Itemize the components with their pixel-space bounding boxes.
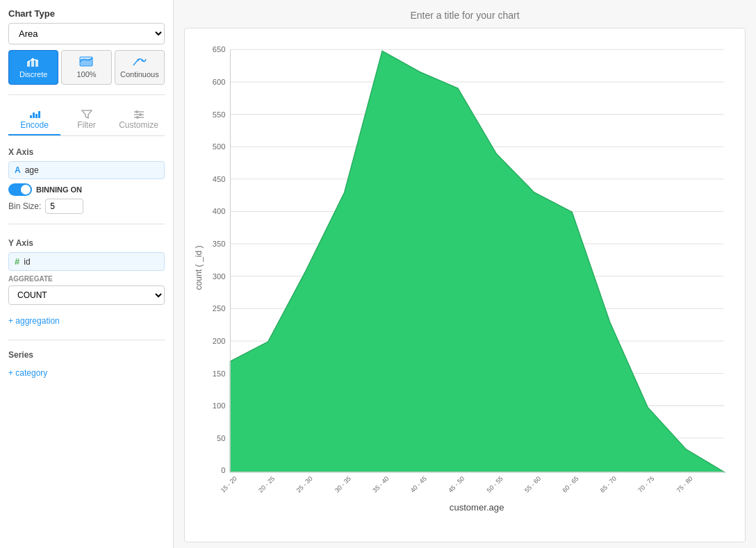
100pct-mode-label: 100%	[76, 70, 96, 78]
svg-point-3	[28, 61, 30, 63]
svg-rect-10	[30, 115, 32, 118]
y-field-type-icon: #	[15, 256, 19, 267]
svg-rect-12	[35, 114, 38, 118]
svg-text:200: 200	[213, 337, 225, 345]
svg-text:0: 0	[221, 466, 225, 474]
svg-text:45 - 50: 45 - 50	[447, 475, 466, 494]
continuous-mode-label: Continuous	[120, 70, 159, 78]
chart-type-section: Chart Type Area Bar Line Pie Scatter	[8, 8, 165, 85]
svg-rect-11	[33, 113, 35, 118]
y-axis-field-pill: # id	[8, 252, 165, 271]
divider-3	[8, 340, 165, 340]
svg-text:100: 100	[213, 401, 225, 410]
x-axis-section: X Axis A age BINNING ON Bin Size:	[8, 147, 165, 214]
discrete-mode-button[interactable]: Discrete	[8, 50, 58, 85]
add-aggregation-link[interactable]: + aggregation	[8, 312, 165, 330]
customize-icon	[133, 109, 145, 119]
svg-text:600: 600	[213, 78, 225, 86]
svg-text:20 - 25: 20 - 25	[257, 475, 276, 494]
y-axis-title: count ( _id )	[194, 245, 204, 290]
svg-text:30 - 35: 30 - 35	[334, 475, 352, 494]
svg-text:550: 550	[213, 110, 225, 119]
svg-text:50 - 55: 50 - 55	[486, 475, 504, 494]
x-axis-field-name: age	[25, 165, 39, 175]
nav-tabs: Encode Filter Customize	[8, 105, 165, 136]
binning-toggle[interactable]	[8, 183, 32, 196]
svg-point-19	[139, 113, 142, 116]
svg-marker-14	[82, 110, 92, 118]
svg-text:70 - 75: 70 - 75	[636, 475, 655, 494]
svg-text:75 - 80: 75 - 80	[675, 475, 694, 494]
svg-text:65 - 70: 65 - 70	[599, 475, 618, 494]
tab-encode[interactable]: Encode	[8, 105, 60, 135]
svg-text:25 - 30: 25 - 30	[295, 475, 314, 494]
divider-1	[8, 94, 165, 95]
add-category-link[interactable]: + category	[8, 364, 165, 382]
svg-text:60 - 65: 60 - 65	[561, 475, 580, 494]
svg-text:35 - 40: 35 - 40	[371, 475, 390, 494]
x-axis-field-pill: A age	[8, 161, 165, 179]
svg-text:55 - 60: 55 - 60	[523, 475, 542, 494]
continuous-mode-button[interactable]: Continuous	[115, 50, 165, 85]
bin-size-row: Bin Size:	[8, 199, 165, 214]
chart-type-label: Chart Type	[8, 8, 165, 19]
continuous-icon	[133, 56, 147, 67]
chart-mode-buttons: Discrete 100% Continuous	[8, 50, 165, 85]
binning-row: BINNING ON	[8, 183, 165, 196]
y-axis-field-name: id	[24, 257, 30, 267]
svg-text:400: 400	[213, 207, 225, 215]
svg-text:50: 50	[217, 434, 225, 442]
svg-point-18	[135, 110, 138, 113]
divider-2	[8, 224, 165, 224]
y-axis-section: Y Axis # id AGGREGATE COUNT SUM AVG MIN …	[8, 238, 165, 305]
svg-point-5	[36, 60, 38, 62]
tab-customize[interactable]: Customize	[113, 105, 165, 135]
chart-container: 650 600 550 500 450 400 350 300 250 200 …	[184, 28, 746, 542]
svg-rect-13	[38, 111, 40, 118]
svg-point-8	[137, 59, 139, 61]
binning-label: BINNING ON	[36, 185, 82, 194]
series-section: Series + category	[8, 350, 165, 382]
svg-text:40 - 45: 40 - 45	[409, 475, 428, 494]
svg-text:350: 350	[213, 240, 225, 248]
x-axis-label: X Axis	[8, 147, 165, 157]
100pct-mode-button[interactable]: 100%	[61, 50, 111, 85]
bin-size-label: Bin Size:	[8, 201, 41, 211]
svg-text:300: 300	[213, 272, 225, 281]
chart-title-input[interactable]	[184, 7, 746, 24]
svg-point-4	[32, 58, 34, 60]
tab-filter-label: Filter	[77, 120, 96, 130]
sidebar: Chart Type Area Bar Line Pie Scatter	[0, 0, 174, 548]
discrete-mode-label: Discrete	[19, 70, 47, 78]
chart-svg-wrapper: 650 600 550 500 450 400 350 300 250 200 …	[192, 35, 738, 514]
filter-icon	[81, 109, 92, 119]
discrete-icon	[26, 56, 40, 67]
chart-svg: 650 600 550 500 450 400 350 300 250 200 …	[192, 35, 738, 514]
encode-icon	[29, 109, 40, 119]
main-content: 650 600 550 500 450 400 350 300 250 200 …	[174, 0, 756, 548]
series-label: Series	[8, 350, 165, 360]
svg-text:150: 150	[213, 370, 225, 378]
svg-text:500: 500	[213, 142, 225, 151]
svg-text:650: 650	[213, 45, 225, 53]
tab-customize-label: Customize	[119, 120, 158, 130]
x-axis-title: customer.age	[450, 502, 504, 513]
x-field-type-icon: A	[15, 165, 21, 175]
svg-point-20	[136, 116, 139, 119]
tab-filter[interactable]: Filter	[60, 105, 113, 135]
chart-type-select[interactable]: Area Bar Line Pie Scatter	[8, 23, 165, 44]
tab-encode-label: Encode	[20, 120, 49, 130]
bin-size-input[interactable]	[45, 199, 83, 214]
svg-text:250: 250	[213, 304, 225, 313]
svg-text:450: 450	[213, 175, 225, 183]
svg-text:15 - 20: 15 - 20	[220, 475, 238, 494]
svg-point-9	[141, 60, 143, 62]
aggregate-label: AGGREGATE	[8, 275, 165, 283]
y-axis-label: Y Axis	[8, 238, 165, 248]
100pct-icon	[79, 56, 93, 67]
aggregate-select[interactable]: COUNT SUM AVG MIN MAX	[8, 285, 165, 305]
